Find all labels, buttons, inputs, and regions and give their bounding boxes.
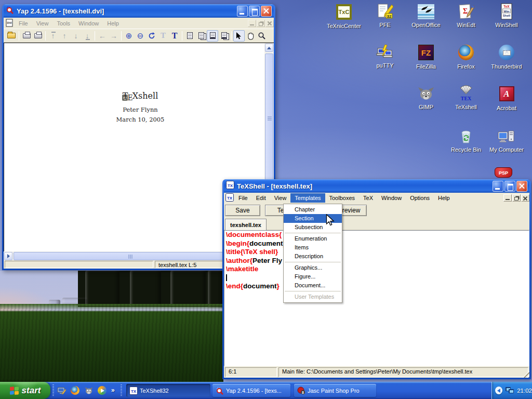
back-icon[interactable]: ← (97, 30, 108, 42)
clock[interactable]: 21:02 (517, 388, 532, 394)
text-outline-icon[interactable]: T (157, 30, 169, 42)
texshell-menu-edit[interactable]: Edit (252, 193, 270, 203)
save-button[interactable]: Save (225, 205, 260, 216)
desktop-icon-label: Acrobat (488, 105, 525, 111)
texshell-mdi-minimize[interactable] (503, 194, 512, 202)
yap-menu-help[interactable]: Help (103, 19, 123, 28)
texshell-menu-help[interactable]: Help (434, 193, 454, 203)
yap-close-button[interactable] (261, 6, 272, 17)
open-folder-icon[interactable] (6, 30, 17, 42)
yap-titlebar[interactable]: Yap 2.4.1596 - [texshell.dvi] (4, 4, 274, 18)
tab-texshell-tex[interactable]: texshell.tex (225, 219, 267, 230)
view-page-icon[interactable] (207, 30, 218, 42)
texshell-maximize-button[interactable] (504, 181, 515, 192)
psp-taskbar-icon: 8 (297, 387, 305, 395)
desktop-icon-label: WinEdt (447, 22, 485, 28)
texshell-close-button[interactable] (516, 181, 527, 192)
last-page-icon[interactable]: ↓ (82, 30, 93, 42)
yap-menu-tools[interactable]: Tools (52, 19, 74, 28)
texshell-menu-view[interactable]: View (270, 193, 291, 203)
magnifier-icon[interactable] (256, 30, 268, 42)
desktop-icon-gimp[interactable]: GIMP (407, 85, 445, 110)
yap-menu-window[interactable]: Window (74, 19, 103, 28)
templates-menu-item-enumeration[interactable]: Enumeration (284, 234, 342, 243)
texshell-mdi-restore[interactable] (512, 194, 521, 202)
yap-maximize-button[interactable] (249, 6, 260, 17)
tray-collapse-icon[interactable] (495, 387, 502, 394)
scroll-up-button[interactable] (265, 44, 273, 52)
yap-hscroll-thumb[interactable] (14, 252, 248, 260)
zoom-out-icon[interactable]: ⊖ (135, 30, 146, 42)
taskbar-button-texshell[interactable]: TXTeXShell32 (126, 384, 210, 397)
taskbar-grip-2[interactable] (121, 384, 122, 396)
text-bold-icon[interactable]: T (169, 30, 180, 42)
templates-menu-item-document[interactable]: Document... (284, 281, 342, 290)
next-page-icon[interactable]: ↓ (70, 30, 82, 42)
texshell-menu-options[interactable]: Options (406, 193, 434, 203)
texshell-menu-toolboxes[interactable]: Toolboxes (325, 193, 360, 203)
desktop-icon-my-computer[interactable]: My Computer (488, 128, 525, 153)
yap-mdi-restore[interactable] (257, 20, 265, 27)
templates-menu-item-chapter[interactable]: Chapter (284, 205, 342, 214)
windows-flag-icon (10, 386, 19, 395)
desktop-icon-winshell[interactable]: TeXWinShellWinShell (488, 3, 525, 28)
desktop-icon-pfe[interactable]: 32PFE (366, 3, 404, 28)
quick-launch-overflow-chevron[interactable]: » (111, 387, 115, 394)
texshell-editor[interactable]: \documentclass{\begin{document}\title{\T… (224, 230, 529, 366)
desktop-icon-putty[interactable]: puTTY (366, 44, 404, 69)
desktop-icon-firefox[interactable]: Firefox (447, 44, 485, 70)
desktop-icon-filezilla[interactable]: FZFileZilla (407, 44, 445, 70)
texshell-menu-templates[interactable]: Templates (290, 193, 325, 203)
texshell-menu-tex[interactable]: TeX (359, 193, 377, 203)
texshell-minimize-button[interactable] (493, 181, 503, 192)
quick-launch-media-player-icon[interactable] (98, 386, 107, 395)
view-spread-icon[interactable] (218, 30, 230, 42)
templates-menu-item-figure[interactable]: Figure... (284, 272, 342, 281)
templates-menu-item-description[interactable]: Description (284, 252, 342, 261)
prev-page-icon[interactable]: ↑ (59, 30, 70, 42)
yap-menu-view[interactable]: View (32, 19, 53, 28)
desktop-icon-recycle-bin[interactable]: Recycle Bin (447, 128, 485, 153)
desktop-icon-label: My Computer (488, 147, 525, 153)
hand-tool-icon[interactable] (245, 30, 256, 42)
desktop-icon-winedt[interactable]: ΣWinEdt (447, 3, 485, 28)
texshell-menu-window[interactable]: Window (377, 193, 406, 203)
scroll-right-button[interactable] (4, 252, 12, 260)
yap-minimize-button[interactable] (237, 6, 248, 17)
desktop-icon-texniccenter[interactable]: TxCTeXnicCenter (325, 3, 363, 29)
stonehenge-photo (0, 271, 223, 382)
texshell-titlebar[interactable]: TX TeXShell - [texshell.tex] (224, 179, 529, 193)
view-single-icon[interactable] (184, 30, 195, 42)
taskbar-grip[interactable] (52, 384, 54, 396)
texshell-mdi-close[interactable] (521, 194, 529, 202)
taskbar-button-psp[interactable]: 8Jasc Paint Shop Pro (294, 384, 376, 397)
select-tool-icon[interactable] (233, 30, 245, 42)
desktop-icon-thunderbird[interactable]: Thunderbird (488, 44, 525, 70)
print-icon[interactable] (21, 30, 32, 42)
desktop-icon-acrobat[interactable]: AAcrobat (488, 85, 525, 111)
yap-vscroll-thumb[interactable] (265, 54, 273, 183)
desktop-icon-openoffice[interactable]: OpenOffice (407, 3, 445, 28)
yap-mdi-minimize[interactable] (248, 20, 256, 27)
start-button[interactable]: start (0, 382, 50, 399)
templates-menu-item-items[interactable]: Items (284, 243, 342, 252)
network-status-icon[interactable] (506, 387, 513, 394)
zoom-in-icon[interactable]: ⊕ (123, 30, 135, 42)
quick-launch-firefox-icon[interactable] (71, 386, 80, 395)
view-double-icon[interactable] (195, 30, 207, 42)
quick-launch-show-desktop-icon[interactable] (57, 386, 66, 395)
forward-icon[interactable]: → (108, 30, 119, 42)
quick-launch-gimp-icon[interactable] (84, 386, 94, 395)
taskbar-button-yap[interactable]: Yap 2.4.1596 - [texs... (212, 384, 290, 397)
texshell-menu-items: FileEditViewTemplatesToolboxesTeXWindowO… (234, 193, 454, 203)
templates-menu-item-graphics[interactable]: Graphics... (284, 263, 342, 272)
refresh-icon[interactable] (146, 30, 157, 42)
texshell-taskbar-icon: TX (129, 387, 138, 395)
texshell-menu-file[interactable]: File (234, 193, 252, 203)
psp-desktop-icon[interactable]: PSP (495, 167, 515, 180)
yap-mdi-close[interactable] (265, 20, 274, 27)
yap-menu-file[interactable]: File (15, 19, 32, 28)
desktop-icon-texshell[interactable]: TEXTeXshell (447, 85, 485, 110)
first-page-icon[interactable]: ↑ (47, 30, 59, 42)
print-all-icon[interactable] (32, 30, 44, 42)
